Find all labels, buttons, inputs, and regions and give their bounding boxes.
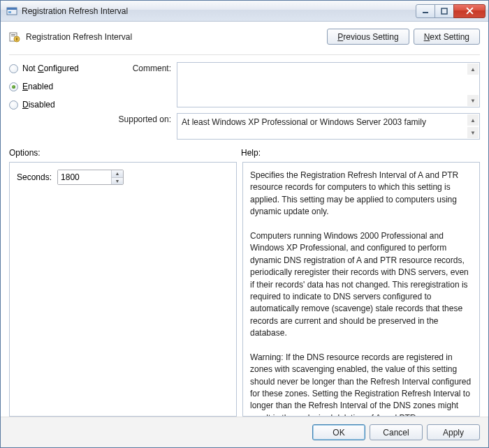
svg-rect-9 <box>16 38 17 40</box>
radio-enabled-circle <box>9 82 18 91</box>
seconds-spin-down[interactable]: ▼ <box>112 177 123 185</box>
close-button[interactable] <box>453 4 486 18</box>
previous-setting-button[interactable]: Previous Setting <box>327 29 409 45</box>
radio-enabled-label: Enabled <box>22 82 53 91</box>
titlebar[interactable]: Registration Refresh Interval <box>1 1 488 22</box>
footer: OK Cancel Apply <box>1 417 488 447</box>
radio-not-configured[interactable]: Not Configured <box>9 64 114 73</box>
supported-row: Supported on: At least Windows XP Profes… <box>114 113 480 140</box>
svg-rect-6 <box>11 34 15 35</box>
minimize-button[interactable] <box>416 4 435 18</box>
comment-scroll-up[interactable]: ▲ <box>467 64 479 75</box>
comment-scroll-down[interactable]: ▼ <box>467 95 479 106</box>
policy-title: Registration Refresh Interval <box>26 32 327 42</box>
seconds-spinner: ▲ ▼ <box>57 170 124 185</box>
seconds-spin-buttons: ▲ ▼ <box>111 170 123 184</box>
state-radios: Not Configured Enabled Disabled <box>9 62 114 118</box>
nav-buttons: Previous Setting Next Setting <box>327 29 480 45</box>
seconds-label: Seconds: <box>17 172 52 182</box>
svg-rect-1 <box>7 8 17 10</box>
window-title: Registration Refresh Interval <box>22 6 416 16</box>
prev-label-rest: revious Setting <box>343 32 398 42</box>
comment-label: Comment: <box>114 62 177 73</box>
next-label-rest: ext Setting <box>430 32 469 42</box>
supported-field: At least Windows XP Professional or Wind… <box>177 114 467 137</box>
dialog-window: Registration Refresh Interval Registrati… <box>0 0 489 448</box>
options-label: Options: <box>9 148 241 158</box>
app-icon <box>6 6 17 17</box>
comment-column: Comment: ▲ ▼ Supported on: At least Wind… <box>114 62 480 145</box>
comment-row: Comment: ▲ ▼ <box>114 62 480 107</box>
ok-button[interactable]: OK <box>312 424 365 440</box>
window-controls <box>416 4 486 18</box>
next-label-ul: N <box>424 32 430 42</box>
supported-scroll-up[interactable]: ▲ <box>467 114 479 126</box>
radio-disabled-label: Disabled <box>22 100 55 110</box>
seconds-spin-up[interactable]: ▲ <box>112 170 123 177</box>
panels-row: Seconds: ▲ ▼ Specifies the Registration … <box>9 162 480 417</box>
next-setting-button[interactable]: Next Setting <box>414 29 480 45</box>
client-area: Registration Refresh Interval Previous S… <box>1 22 488 417</box>
comment-field[interactable] <box>177 63 467 105</box>
svg-rect-3 <box>423 12 428 13</box>
config-row: Not Configured Enabled Disabled Comment: <box>9 62 480 145</box>
supported-scroll: ▲ ▼ <box>467 114 479 138</box>
supported-label: Supported on: <box>114 113 177 124</box>
separator <box>9 54 480 55</box>
help-panel: Specifies the Registration Refresh Inter… <box>242 162 480 417</box>
svg-rect-2 <box>8 11 11 13</box>
supported-scroll-down[interactable]: ▼ <box>467 127 479 138</box>
svg-rect-7 <box>11 36 15 36</box>
supported-field-wrap: At least Windows XP Professional or Wind… <box>177 113 480 140</box>
seconds-input[interactable] <box>58 170 111 184</box>
help-label: Help: <box>241 148 480 158</box>
comment-field-wrap: ▲ ▼ <box>177 62 480 107</box>
comment-scroll: ▲ ▼ <box>467 64 479 106</box>
policy-icon <box>9 31 20 43</box>
options-panel: Seconds: ▲ ▼ <box>9 162 237 417</box>
seconds-row: Seconds: ▲ ▼ <box>17 170 229 185</box>
svg-rect-4 <box>441 8 447 14</box>
radio-disabled-circle <box>9 100 18 110</box>
radio-disabled[interactable]: Disabled <box>9 100 114 110</box>
panel-labels: Options: Help: <box>9 148 480 158</box>
apply-button[interactable]: Apply <box>427 424 480 440</box>
header-row: Registration Refresh Interval Previous S… <box>9 29 480 45</box>
radio-not-configured-label: Not Configured <box>22 64 79 73</box>
maximize-button[interactable] <box>435 4 454 18</box>
radio-enabled[interactable]: Enabled <box>9 82 114 91</box>
cancel-button[interactable]: Cancel <box>370 424 423 440</box>
radio-not-configured-circle <box>9 64 18 73</box>
